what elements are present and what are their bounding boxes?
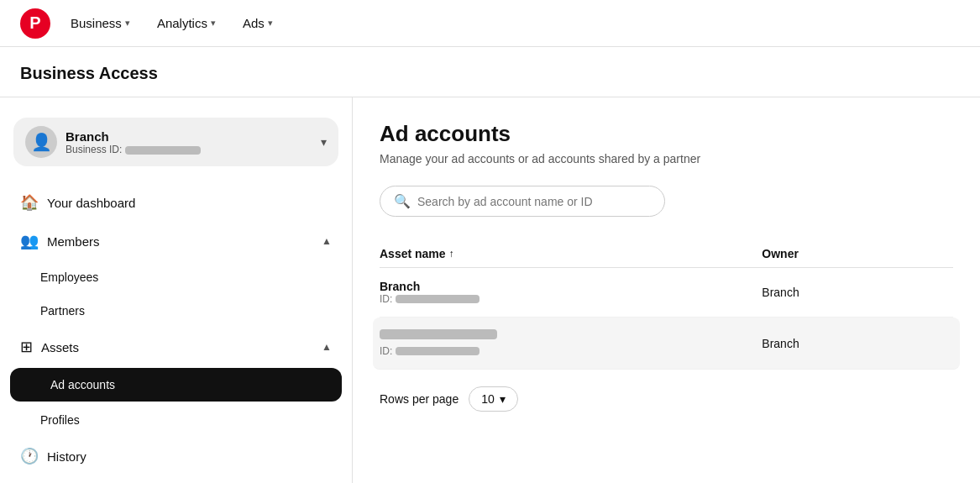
sidebar-item-profiles[interactable]: Profiles	[0, 403, 352, 437]
chevron-up-icon: ▲	[322, 341, 332, 353]
asset-name: Branch	[380, 280, 480, 293]
content-title: Ad accounts	[380, 121, 953, 147]
chevron-down-icon: ▾	[211, 18, 216, 29]
asset-id: ID:	[380, 293, 480, 305]
chevron-down-icon: ▾	[125, 18, 130, 29]
search-bar[interactable]: 🔍	[380, 186, 665, 217]
top-nav: P Business ▾ Analytics ▾ Ads ▾	[0, 0, 980, 47]
assets-icon: ⊞	[20, 338, 33, 356]
content-area: Ad accounts Manage your ad accounts or a…	[353, 97, 980, 483]
avatar: 👤	[25, 126, 57, 158]
chevron-down-icon: ▾	[268, 18, 273, 29]
sidebar-item-employees[interactable]: Employees	[0, 260, 352, 294]
history-icon: 🕐	[20, 447, 39, 465]
sidebar-section-assets[interactable]: ⊞ Assets ▲	[0, 328, 352, 366]
chevron-down-icon: ▾	[500, 392, 506, 406]
sidebar: 👤 Branch Business ID: ▾ 🏠 Your dashboard…	[0, 97, 353, 483]
rows-per-page-label: Rows per page	[380, 392, 459, 406]
account-name: Branch	[66, 129, 312, 144]
user-icon: 👤	[31, 132, 52, 152]
table-row: ID: Branch	[373, 318, 960, 370]
chevron-up-icon: ▲	[322, 235, 332, 247]
nav-analytics[interactable]: Analytics ▾	[147, 9, 226, 37]
search-icon: 🔍	[394, 193, 411, 209]
owner-cell: Branch	[762, 286, 953, 299]
home-icon: 🏠	[20, 193, 39, 212]
sidebar-item-history[interactable]: 🕐 History	[0, 437, 352, 475]
table-header: Asset name ↑ Owner	[380, 240, 953, 268]
main-layout: 👤 Branch Business ID: ▾ 🏠 Your dashboard…	[0, 97, 980, 483]
chevron-down-icon: ▾	[321, 135, 327, 149]
nav-business[interactable]: Business ▾	[60, 9, 140, 37]
account-id-blurred	[125, 146, 201, 155]
table-row: Branch ID: Branch	[380, 268, 953, 318]
page-title: Business Access	[20, 64, 960, 83]
sidebar-item-ad-accounts[interactable]: Ad accounts	[10, 368, 342, 402]
sidebar-item-partners[interactable]: Partners	[0, 294, 352, 328]
asset-name-blurred	[380, 329, 497, 339]
owner-cell: Branch	[762, 337, 953, 350]
pinterest-logo[interactable]: P	[20, 8, 50, 39]
members-icon: 👥	[20, 232, 39, 250]
sort-ascending-icon[interactable]: ↑	[449, 248, 454, 260]
pagination-bar: Rows per page 10 ▾	[380, 386, 953, 412]
rows-per-page-value: 10	[481, 392, 495, 406]
id-blurred	[396, 295, 480, 303]
asset-id: ID:	[380, 345, 497, 357]
sidebar-item-dashboard[interactable]: 🏠 Your dashboard	[0, 183, 352, 222]
account-selector[interactable]: 👤 Branch Business ID: ▾	[13, 118, 338, 166]
rows-per-page-selector[interactable]: 10 ▾	[469, 386, 518, 412]
sidebar-section-members[interactable]: 👥 Members ▲	[0, 222, 352, 260]
page-header: Business Access	[0, 47, 980, 97]
search-input[interactable]	[417, 195, 651, 208]
content-subtitle: Manage your ad accounts or ad accounts s…	[380, 152, 953, 165]
nav-ads[interactable]: Ads ▾	[233, 9, 283, 37]
id-blurred	[396, 347, 480, 355]
